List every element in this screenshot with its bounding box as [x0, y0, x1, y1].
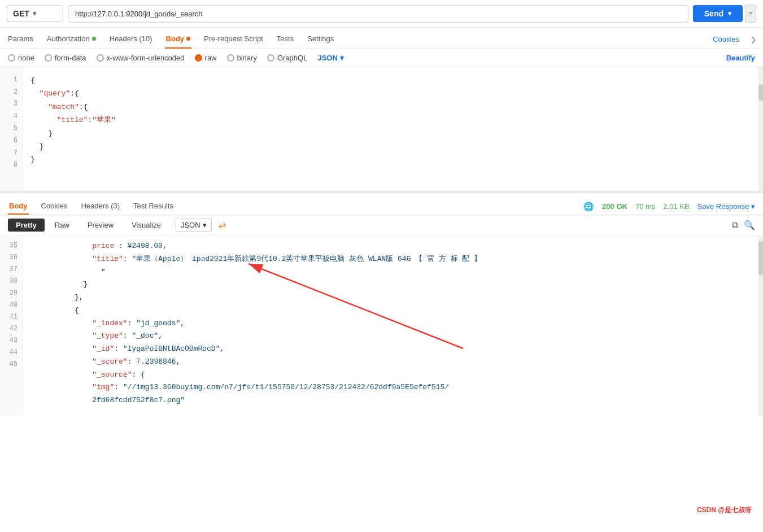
- editor-content[interactable]: { "query":{ "match":{ "title":"苹果" } } }: [23, 67, 763, 191]
- tab-tests[interactable]: Tests: [276, 30, 295, 49]
- tab-body[interactable]: Body: [165, 30, 192, 49]
- resp-tab-test-results-label: Test Results: [133, 202, 173, 210]
- body-type-none[interactable]: none: [8, 54, 34, 62]
- resp-line-num-45: 44: [5, 347, 18, 359]
- tab-body-label: Body: [166, 34, 185, 43]
- resp-tab-headers[interactable]: Headers (3): [80, 198, 121, 215]
- json-type-select[interactable]: JSON ▾: [317, 54, 343, 62]
- tab-tests-label: Tests: [277, 34, 294, 43]
- editor-scrollbar-thumb: [758, 84, 763, 101]
- resp-line-num-40: 39: [5, 287, 18, 299]
- resp-line-num-39: 38: [5, 276, 18, 287]
- resp-tab-cookies-label: Cookies: [41, 202, 68, 210]
- response-tabs-bar: Body Cookies Headers (3) Test Results 🌐 …: [0, 193, 763, 215]
- json-type-chevron: ▾: [340, 54, 344, 62]
- search-icon[interactable]: 🔍: [744, 220, 755, 230]
- body-type-form-data[interactable]: form-data: [45, 54, 86, 62]
- response-json-select[interactable]: JSON ▾: [176, 219, 212, 232]
- resp-line-num-46: 45: [5, 359, 18, 370]
- radio-graphql: [267, 54, 274, 62]
- body-type-graphql-label: GraphQL: [277, 54, 307, 62]
- beautify-button[interactable]: Beautify: [726, 54, 755, 62]
- method-chevron: ▾: [33, 10, 36, 18]
- editor-scrollbar[interactable]: [758, 67, 763, 191]
- authorization-dot: [92, 37, 96, 41]
- top-bar: GET ▾ Send ▾ ≡: [0, 0, 763, 28]
- body-dot: [186, 37, 190, 41]
- body-type-row: none form-data x-www-form-urlencoded raw…: [0, 49, 763, 67]
- globe-icon: 🌐: [583, 202, 594, 212]
- body-type-graphql[interactable]: GraphQL: [267, 54, 307, 62]
- response-size: 2.01 KB: [663, 202, 689, 211]
- response-code-content[interactable]: price : ¥2498.00, "title": "苹果（Apple） ip…: [23, 236, 763, 416]
- side-icon[interactable]: ≡: [745, 5, 756, 23]
- resp-line-num-44: 43: [5, 335, 18, 347]
- format-raw[interactable]: Raw: [47, 219, 77, 232]
- body-type-none-label: none: [18, 54, 34, 62]
- line-num-8: 8: [5, 159, 18, 172]
- format-preview[interactable]: Preview: [80, 219, 121, 232]
- line-num-6: 6: [5, 135, 18, 147]
- tab-authorization-label: Authorization: [47, 34, 90, 43]
- response-line-numbers: 35 36 37 38 39 40 41 42 43 44 45: [0, 236, 23, 416]
- body-type-binary-label: binary: [237, 54, 257, 62]
- body-type-binary[interactable]: binary: [227, 54, 257, 62]
- response-json-label: JSON: [181, 221, 200, 229]
- tab-prerequest-label: Pre-request Script: [204, 34, 263, 43]
- resp-tab-headers-label: Headers (3): [81, 202, 120, 210]
- response-format-row: Pretty Raw Preview Visualize JSON ▾ ⇌ ⧉ …: [0, 215, 763, 236]
- url-input[interactable]: [68, 5, 688, 23]
- tab-params[interactable]: Params: [7, 30, 34, 49]
- response-time: 70 ms: [635, 202, 655, 211]
- save-response-button[interactable]: Save Response ▾: [697, 202, 755, 211]
- radio-form-data: [45, 54, 52, 62]
- response-scrollbar[interactable]: [758, 236, 763, 416]
- send-chevron: ▾: [728, 10, 731, 18]
- resp-line-num-38: 37: [5, 264, 18, 276]
- csdn-watermark: CSDN @是七叔呀: [697, 505, 752, 515]
- tab-prerequest[interactable]: Pre-request Script: [203, 30, 264, 49]
- tab-headers[interactable]: Headers (10): [108, 30, 154, 49]
- radio-binary: [227, 54, 234, 62]
- wrap-icon[interactable]: ⇌: [219, 220, 226, 230]
- send-label: Send: [704, 9, 723, 18]
- resp-tab-cookies[interactable]: Cookies: [40, 198, 69, 215]
- resp-line-num-41: 40: [5, 299, 18, 311]
- method-select[interactable]: GET ▾: [7, 5, 63, 22]
- resp-action-icons: ⧉ 🔍: [732, 220, 755, 230]
- resp-tab-test-results[interactable]: Test Results: [132, 198, 175, 215]
- arrow-right-icon: ❯: [751, 36, 756, 43]
- line-num-3: 3: [5, 98, 18, 111]
- cookies-link[interactable]: Cookies: [713, 35, 739, 43]
- response-scrollbar-thumb: [758, 241, 763, 275]
- radio-raw: [195, 54, 202, 62]
- response-status: 🌐 200 OK 70 ms 2.01 KB Save Response ▾: [583, 202, 755, 212]
- send-button[interactable]: Send ▾: [693, 5, 743, 22]
- resp-line-num-43: 42: [5, 323, 18, 335]
- resp-tab-body[interactable]: Body: [8, 198, 29, 215]
- response-json-chevron: ▾: [203, 221, 207, 229]
- tab-authorization[interactable]: Authorization: [46, 30, 97, 49]
- status-code: 200 OK: [602, 202, 627, 211]
- tab-settings-label: Settings: [307, 34, 334, 43]
- resp-line-num-35: 35: [5, 240, 18, 252]
- resp-tab-body-label: Body: [9, 202, 28, 210]
- tab-headers-label: Headers (10): [110, 34, 152, 43]
- tab-settings[interactable]: Settings: [306, 30, 335, 49]
- line-num-1: 1: [5, 74, 18, 86]
- radio-urlencoded: [97, 54, 104, 62]
- radio-none: [8, 54, 15, 62]
- line-numbers: 1 2 3 4 5 6 7 8: [0, 67, 23, 191]
- format-visualize[interactable]: Visualize: [124, 219, 169, 232]
- copy-icon[interactable]: ⧉: [732, 220, 738, 230]
- format-pretty[interactable]: Pretty: [8, 219, 45, 232]
- method-label: GET: [13, 9, 29, 18]
- body-type-raw-label: raw: [205, 54, 217, 62]
- body-type-urlencoded[interactable]: x-www-form-urlencoded: [97, 54, 185, 62]
- body-type-urlencoded-label: x-www-form-urlencoded: [107, 54, 185, 62]
- body-type-raw[interactable]: raw: [195, 54, 217, 62]
- line-num-5: 5: [5, 123, 18, 135]
- json-type-label: JSON: [317, 54, 337, 62]
- tab-params-label: Params: [8, 34, 33, 43]
- resp-line-num-36: 36: [5, 252, 18, 264]
